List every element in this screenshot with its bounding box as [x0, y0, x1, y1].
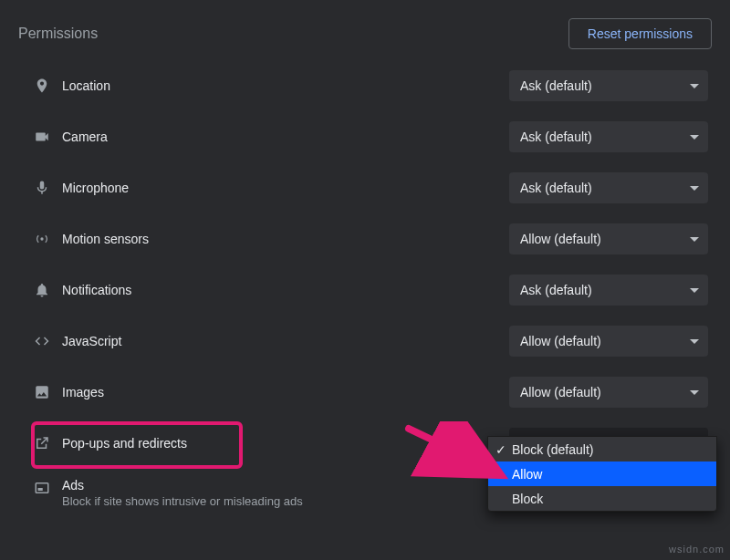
menu-item-label: Allow: [512, 467, 542, 482]
chevron-down-icon: [690, 390, 699, 395]
svg-rect-2: [38, 488, 43, 491]
row-camera: Camera Ask (default): [18, 111, 712, 162]
row-microphone: Microphone Ask (default): [18, 162, 712, 213]
row-notifications: Notifications Ask (default): [18, 264, 712, 316]
row-javascript: JavaScript Allow (default): [18, 316, 712, 367]
open-in-new-icon: [22, 435, 62, 451]
camera-icon: [22, 129, 62, 145]
chevron-down-icon: [690, 237, 699, 242]
location-pin-icon: [22, 78, 62, 94]
image-icon: [22, 384, 62, 400]
popups-dropdown-menu: ✓ Block (default) Allow Block: [487, 436, 717, 512]
row-label: JavaScript: [62, 334, 509, 348]
row-label: Location: [62, 78, 509, 93]
check-icon: ✓: [495, 442, 512, 457]
dropdown-value: Ask (default): [520, 78, 592, 93]
chevron-down-icon: [690, 288, 699, 293]
microphone-icon: [22, 180, 62, 196]
row-images: Images Allow (default): [18, 367, 712, 418]
notifications-dropdown[interactable]: Ask (default): [509, 275, 708, 306]
chevron-down-icon: [690, 135, 699, 140]
menu-item-allow[interactable]: Allow: [488, 461, 716, 486]
dropdown-value: Ask (default): [520, 283, 592, 297]
permissions-title: Permissions: [18, 26, 98, 42]
row-label: Motion sensors: [62, 232, 509, 246]
row-label: Microphone: [62, 181, 509, 195]
code-brackets-icon: [22, 333, 62, 349]
ads-label-text: Ads: [62, 478, 84, 493]
images-dropdown[interactable]: Allow (default): [509, 377, 708, 408]
dropdown-value: Ask (default): [520, 181, 592, 195]
motion-sensors-dropdown[interactable]: Allow (default): [509, 223, 708, 254]
location-dropdown[interactable]: Ask (default): [509, 70, 708, 101]
javascript-dropdown[interactable]: Allow (default): [509, 326, 708, 357]
row-label: Pop-ups and redirects: [62, 436, 509, 451]
chevron-down-icon: [690, 84, 699, 88]
reset-permissions-button[interactable]: Reset permissions: [568, 18, 712, 49]
row-location: Location Ask (default): [18, 60, 712, 111]
microphone-dropdown[interactable]: Ask (default): [509, 172, 708, 203]
menu-item-label: Block (default): [512, 442, 593, 457]
dropdown-value: Allow (default): [520, 232, 601, 246]
row-label: Images: [62, 385, 509, 399]
bell-icon: [22, 282, 62, 298]
menu-item-block-default[interactable]: ✓ Block (default): [488, 437, 716, 461]
dropdown-value: Allow (default): [520, 385, 601, 399]
ads-window-icon: [22, 478, 62, 496]
dropdown-value: Allow (default): [520, 334, 601, 348]
menu-item-block[interactable]: Block: [488, 486, 716, 511]
motion-sensors-icon: [22, 231, 62, 247]
chevron-down-icon: [690, 186, 699, 191]
row-label: Notifications: [62, 283, 509, 297]
row-motion-sensors: Motion sensors Allow (default): [18, 213, 712, 264]
camera-dropdown[interactable]: Ask (default): [509, 121, 708, 152]
watermark: wsidn.com: [669, 544, 725, 555]
menu-item-label: Block: [512, 492, 543, 506]
chevron-down-icon: [690, 339, 699, 344]
row-label: Camera: [62, 130, 509, 144]
permissions-header: Permissions Reset permissions: [0, 0, 730, 60]
svg-point-0: [40, 237, 43, 240]
dropdown-value: Ask (default): [520, 130, 592, 144]
